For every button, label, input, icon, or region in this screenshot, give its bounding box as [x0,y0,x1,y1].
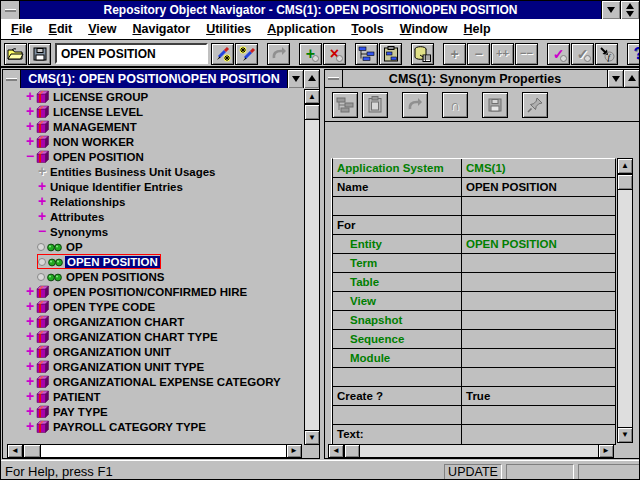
tree-item-organization-chart[interactable]: +ORGANIZATION CHART [5,314,303,329]
property-value[interactable] [462,349,615,367]
tree-item-relationships[interactable]: +Relationships [5,194,303,209]
tree-item-open-positions[interactable]: OPEN POSITIONS [5,269,303,284]
mark-button[interactable]: ✓ [547,43,570,65]
tree-item-pay-type[interactable]: +PAY TYPE [5,404,303,419]
tree-scroll-down-button[interactable]: ▼ [304,430,320,445]
props-hscroll-track[interactable] [360,444,598,458]
paste-hierarchy-button[interactable] [379,43,402,65]
tree-item-attributes[interactable]: +Attributes [5,209,303,224]
goto-mark-button[interactable]: f [595,43,618,65]
pin-button[interactable] [522,92,548,118]
property-value[interactable] [462,292,615,310]
undo-button[interactable] [267,43,290,65]
navigator-minimize-button[interactable] [287,70,303,88]
property-value[interactable]: CMS(1) [462,159,615,177]
expand-plus-icon[interactable]: + [24,420,36,433]
tree-item-entities-business-unit-usages[interactable]: +Entities Business Unit Usages [5,164,303,179]
expand-plus-icon[interactable]: + [24,105,36,118]
collapse-button[interactable]: − [467,43,490,65]
tree-vscroll-thumb[interactable] [304,104,320,120]
expand-plus-icon[interactable]: + [36,180,48,193]
expand-plus-icon[interactable]: + [24,390,36,403]
object-name-input[interactable] [55,43,208,64]
expand-plus-icon[interactable]: + [24,315,36,328]
requery-button[interactable] [411,43,434,65]
intersection-button[interactable]: ∩ [442,92,468,118]
tree-item-license-level[interactable]: +LICENSE LEVEL [5,104,303,119]
tree-item-open-position-confirmed-hire[interactable]: +OPEN POSITION/CONFIRMED HIRE [5,284,303,299]
navigator-maximize-button[interactable] [303,70,319,88]
tree-item-op[interactable]: OP [5,239,303,254]
expand-plus-icon[interactable]: + [24,120,36,133]
props-scroll-down-button[interactable]: ▼ [617,427,633,443]
property-value[interactable] [462,425,615,444]
fast-edit-button[interactable] [235,43,258,65]
tree-item-organizational-expense-category[interactable]: +ORGANIZATIONAL EXPENSE CATEGORY [5,374,303,389]
tree-item-open-type-code[interactable]: +OPEN TYPE CODE [5,299,303,314]
help-button[interactable]: ? [627,43,640,65]
tree-scroll-up-button[interactable]: ▲ [304,89,320,104]
save-button[interactable] [28,43,51,65]
property-value[interactable] [462,406,615,424]
create-object-button[interactable]: + [299,43,322,65]
expand-plus-icon[interactable]: + [24,135,36,148]
property-value[interactable]: OPEN POSITION [462,235,615,253]
collapse-minus-icon[interactable]: − [36,225,48,238]
tree-item-management[interactable]: +MANAGEMENT [5,119,303,134]
expand-plus-icon[interactable]: + [24,300,36,313]
tree-item-organization-chart-type[interactable]: +ORGANIZATION CHART TYPE [5,329,303,344]
expand-all-button[interactable]: ++ [491,43,514,65]
expand-plus-icon[interactable]: + [36,195,48,208]
menu-view[interactable]: View [80,19,124,39]
open-button[interactable] [4,43,27,65]
expand-plus-icon[interactable]: + [24,375,36,388]
property-value[interactable] [462,311,615,329]
expand-button[interactable]: + [443,43,466,65]
menu-window[interactable]: Window [392,19,456,39]
tree-item-synonyms[interactable]: −Synonyms [5,224,303,239]
property-value[interactable] [462,254,615,272]
tree-scroll-right-button[interactable]: ► [286,444,302,458]
expand-plus-icon[interactable]: + [24,405,36,418]
expand-plus-icon[interactable]: + [24,360,36,373]
props-scroll-right-button[interactable]: ► [598,444,614,458]
tree-scroll-left-button[interactable]: ◄ [7,444,23,458]
tree-vscroll-track[interactable] [304,120,320,430]
property-value[interactable] [462,368,615,386]
menu-help[interactable]: Help [456,19,499,39]
delete-object-button[interactable]: × [323,43,346,65]
menu-application[interactable]: Application [259,19,343,39]
minimize-button[interactable] [601,1,620,19]
unmark-button[interactable]: ✓ [571,43,594,65]
property-value[interactable] [462,216,615,234]
tree-item-organization-unit[interactable]: +ORGANIZATION UNIT [5,344,303,359]
tree-item-payroll-category-type[interactable]: +PAYROLL CATEGORY TYPE [5,419,303,434]
tree-item-patient[interactable]: +PATIENT [5,389,303,404]
clipboard-button[interactable] [362,92,388,118]
property-value[interactable] [462,273,615,291]
system-menu-button[interactable] [1,1,20,19]
save-properties-button[interactable] [482,92,508,118]
menu-edit[interactable]: Edit [41,19,81,39]
menu-navigator[interactable]: Navigator [124,19,198,39]
expand-plus-icon[interactable]: + [24,345,36,358]
collapse-minus-icon[interactable]: − [24,150,36,163]
tree-item-organization-unit-type[interactable]: +ORGANIZATION UNIT TYPE [5,359,303,374]
props-scroll-up-button[interactable]: ▲ [617,158,633,174]
tree-item-open-position[interactable]: OPEN POSITION [5,254,303,269]
tree-hscroll-track[interactable] [41,444,286,458]
tree-item-unique-identifier-entries[interactable]: +Unique Identifier Entries [5,179,303,194]
properties-system-menu-button[interactable] [325,70,343,87]
menu-utilities[interactable]: Utilities [198,19,259,39]
props-vscroll-track[interactable] [617,190,633,427]
expand-plus-icon[interactable]: + [36,210,48,223]
props-scroll-left-button[interactable]: ◄ [328,444,344,458]
expand-plus-icon[interactable]: + [24,330,36,343]
property-value[interactable]: OPEN POSITION [462,178,615,196]
restore-button[interactable] [620,1,639,19]
property-value[interactable] [462,197,615,215]
props-hscroll-thumb[interactable] [344,444,360,458]
props-vscroll-thumb[interactable] [617,174,633,190]
tree-item-non-worker[interactable]: +NON WORKER [5,134,303,149]
menu-file[interactable]: File [3,19,41,39]
